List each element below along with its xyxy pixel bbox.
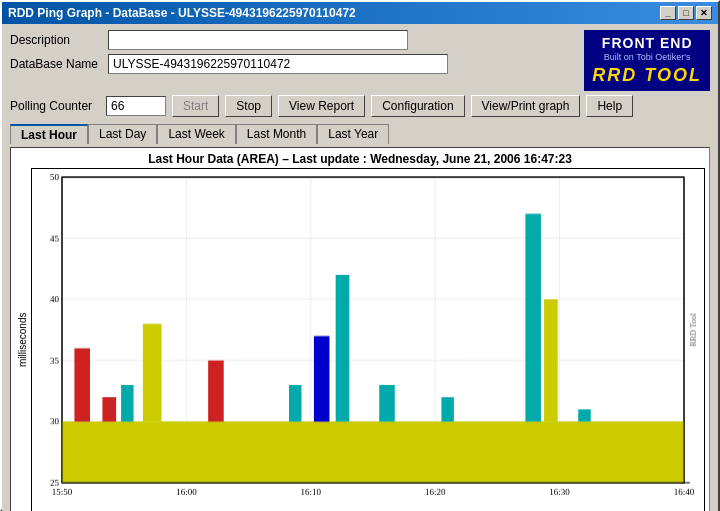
configuration-button[interactable]: Configuration bbox=[371, 95, 464, 117]
tab-last-year[interactable]: Last Year bbox=[317, 124, 389, 144]
tab-last-hour[interactable]: Last Hour bbox=[10, 124, 88, 144]
logo-line3: RRD TOOL bbox=[592, 64, 702, 87]
main-window: RDD Ping Graph - DataBase - ULYSSE-49431… bbox=[0, 0, 720, 511]
polling-label: Polling Counter bbox=[10, 99, 100, 113]
start-button[interactable]: Start bbox=[172, 95, 219, 117]
polling-input[interactable] bbox=[106, 96, 166, 116]
chart-inner bbox=[31, 168, 705, 511]
chart-canvas bbox=[32, 169, 704, 511]
y-axis-label: milliseconds bbox=[15, 168, 29, 511]
rrd-logo: FRONT END Built on Tobi Oetiker's RRD TO… bbox=[584, 30, 710, 91]
tab-last-day[interactable]: Last Day bbox=[88, 124, 157, 144]
tab-last-week[interactable]: Last Week bbox=[157, 124, 235, 144]
title-bar: RDD Ping Graph - DataBase - ULYSSE-49431… bbox=[2, 2, 718, 24]
database-input[interactable] bbox=[108, 54, 448, 74]
logo-line1: FRONT END bbox=[592, 34, 702, 52]
stop-button[interactable]: Stop bbox=[225, 95, 272, 117]
description-input[interactable] bbox=[108, 30, 408, 50]
view-print-button[interactable]: View/Print graph bbox=[471, 95, 581, 117]
client-area: Description DataBase Name FRONT END Buil… bbox=[2, 24, 718, 511]
tabs-row: Last HourLast DayLast WeekLast MonthLast… bbox=[10, 123, 710, 143]
logo-line2: Built on Tobi Oetiker's bbox=[592, 52, 702, 64]
toolbar: Polling Counter Start Stop View Report C… bbox=[10, 95, 710, 117]
view-report-button[interactable]: View Report bbox=[278, 95, 365, 117]
chart-area: milliseconds bbox=[15, 168, 705, 511]
description-row: Description bbox=[10, 30, 576, 50]
close-button[interactable]: ✕ bbox=[696, 6, 712, 20]
database-row: DataBase Name bbox=[10, 54, 576, 74]
help-button[interactable]: Help bbox=[586, 95, 633, 117]
title-bar-buttons: _ □ ✕ bbox=[660, 6, 712, 20]
description-label: Description bbox=[10, 33, 100, 47]
chart-container: Last Hour Data (AREA) – Last update : We… bbox=[10, 147, 710, 511]
database-label: DataBase Name bbox=[10, 57, 100, 71]
window-title: RDD Ping Graph - DataBase - ULYSSE-49431… bbox=[8, 6, 356, 20]
minimize-button[interactable]: _ bbox=[660, 6, 676, 20]
tab-last-month[interactable]: Last Month bbox=[236, 124, 317, 144]
chart-title: Last Hour Data (AREA) – Last update : We… bbox=[15, 152, 705, 166]
maximize-button[interactable]: □ bbox=[678, 6, 694, 20]
